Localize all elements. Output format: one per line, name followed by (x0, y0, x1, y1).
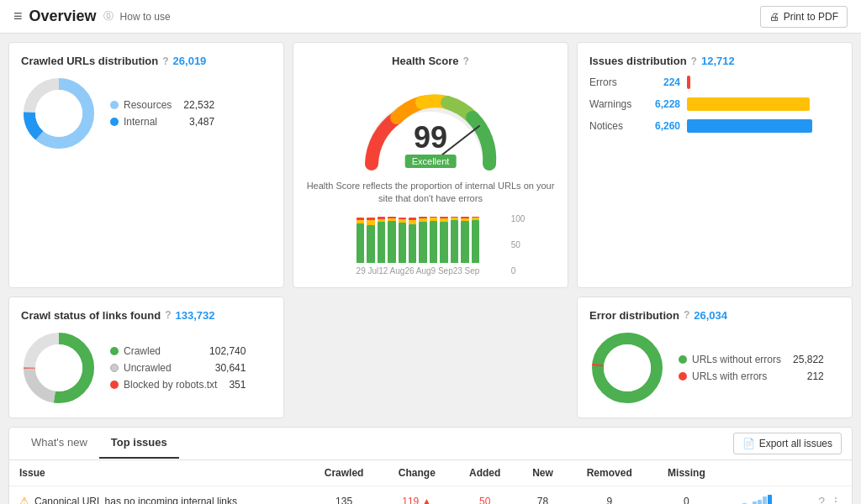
header-left: ≡ Overview ⓪ How to use (13, 8, 171, 25)
error-dist-donut-container: URLs without errors 25,822 URLs with err… (589, 330, 840, 406)
bar-column (419, 214, 426, 263)
export-all-issues-button[interactable]: 📄 Export all issues (733, 433, 842, 454)
internal-dot (110, 118, 119, 126)
crawled-dot (110, 347, 119, 355)
error-distribution-title: Error distribution ? 26,034 (589, 309, 840, 322)
bottom-section: What's new Top issues 📄 Export all issue… (8, 427, 853, 504)
col-missing: Missing (651, 460, 723, 486)
warning-icon: ⚠ (19, 495, 29, 504)
crawl-status-legend: Crawled 102,740 Uncrawled 30,641 Blocked… (110, 345, 246, 391)
bar-column (440, 214, 447, 263)
col-actions (797, 460, 852, 486)
legend-no-errors: URLs without errors 25,822 (679, 354, 824, 365)
health-bar-chart-wrapper: 29 Jul 12 Aug 26 Aug 9 Sep 23 Sep 100 50… (357, 214, 505, 276)
crawled-urls-legend: Resources 22,532 Internal 3,487 (110, 99, 214, 128)
col-chart (722, 460, 797, 486)
col-issue: Issue (9, 460, 307, 486)
issues-table-body: ⚠Canonical URL has no incoming internal … (9, 486, 852, 504)
issues-distribution-title: Issues distribution ? 12,712 (589, 55, 840, 67)
crawled-urls-title: Crawled URLs distribution ? 26,019 (21, 55, 272, 67)
export-icon: 📄 (742, 438, 755, 449)
bar-column (399, 214, 406, 263)
issues-help-icon[interactable]: ? (691, 55, 697, 67)
error-dist-help-icon[interactable]: ? (684, 309, 689, 321)
legend-uncrawled: Uncrawled 30,641 (110, 362, 246, 374)
tab-actions: 📄 Export all issues (733, 428, 842, 459)
issues-table: Issue Crawled Change Added New Removed M… (9, 460, 852, 504)
menu-icon[interactable]: ≡ (13, 8, 23, 25)
crawled-urls-donut-chart (21, 76, 97, 151)
mini-chart (722, 486, 797, 504)
tab-top-issues[interactable]: Top issues (99, 428, 179, 459)
table-row: ⚠Canonical URL has no incoming internal … (9, 486, 852, 504)
gauge-number: 99 (405, 123, 457, 153)
bar-column (367, 214, 374, 263)
how-to-use-link[interactable]: How to use (120, 11, 171, 23)
header: ≡ Overview ⓪ How to use 🖨 Print to PDF (0, 0, 861, 34)
change-value: 119 ▲ (381, 486, 452, 504)
missing-value: 0 (651, 486, 723, 504)
bar-column (357, 214, 364, 263)
table-header-row: Issue Crawled Change Added New Removed M… (9, 460, 852, 486)
issue-dist-row: Warnings 6,228 (589, 97, 840, 111)
bar-column (451, 214, 458, 263)
issues-distribution-card: Issues distribution ? 12,712 Errors 224 … (577, 42, 853, 288)
more-action-icon[interactable]: ⋮ (830, 495, 842, 504)
legend-blocked: Blocked by robots.txt 351 (110, 379, 246, 391)
print-to-pdf-button[interactable]: 🖨 Print to PDF (760, 6, 848, 28)
health-score-card: Health Score ? 99 (293, 42, 568, 288)
issue-dist-row: Errors 224 (589, 76, 840, 89)
removed-value: 9 (568, 486, 651, 504)
with-errors-dot (679, 372, 687, 381)
new-value: 78 (517, 486, 568, 504)
legend-internal: Internal 3,487 (110, 116, 214, 128)
legend-resources: Resources 22,532 (110, 99, 214, 111)
blocked-dot (110, 381, 119, 389)
health-score-title: Health Score ? (392, 55, 469, 67)
help-action-icon[interactable]: ? (818, 495, 825, 504)
crawl-status-donut-container: Crawled 102,740 Uncrawled 30,641 Blocked… (21, 330, 272, 406)
svg-point-13 (604, 344, 651, 391)
bar-column (409, 214, 416, 263)
legend-with-errors: URLs with errors 212 (679, 370, 824, 382)
col-removed: Removed (568, 460, 651, 486)
bar-column (430, 214, 437, 263)
error-dist-legend: URLs without errors 25,822 URLs with err… (679, 354, 824, 382)
resources-dot (110, 101, 119, 109)
col-added: Added (452, 460, 517, 486)
issue-name: ⚠Canonical URL has no incoming internal … (9, 486, 307, 504)
tab-whats-new[interactable]: What's new (19, 428, 99, 459)
crawl-status-help-icon[interactable]: ? (165, 309, 171, 321)
health-y-axis: 100 50 0 (511, 214, 526, 276)
bar-column (388, 214, 395, 263)
col-change: Change (381, 460, 452, 486)
crawled-urls-help-icon[interactable]: ? (162, 55, 168, 67)
error-dist-donut-chart (589, 330, 665, 406)
help-icon: ⓪ (103, 9, 114, 24)
error-distribution-card: Error distribution ? 26,034 URLs without… (577, 297, 853, 418)
bar-column (378, 214, 385, 263)
svg-point-3 (35, 90, 82, 137)
tabs-bar: What's new Top issues 📄 Export all issue… (9, 428, 852, 460)
crawled-value: 135 (307, 486, 381, 504)
crawl-status-donut-chart (21, 330, 97, 406)
added-value: 50 (452, 486, 517, 504)
health-bar-labels: 29 Jul 12 Aug 26 Aug 9 Sep 23 Sep (357, 266, 480, 276)
page-title: Overview (29, 8, 97, 25)
svg-point-10 (35, 344, 82, 391)
print-icon: 🖨 (769, 11, 779, 23)
no-errors-dot (679, 355, 687, 364)
crawled-urls-donut-container: Resources 22,532 Internal 3,487 (21, 76, 272, 151)
uncrawled-dot (110, 364, 119, 372)
col-crawled: Crawled (307, 460, 381, 486)
health-score-help-icon[interactable]: ? (463, 55, 469, 67)
gauge-score: 99 Excellent (405, 123, 457, 168)
gauge-badge: Excellent (405, 155, 457, 168)
gauge-container: 99 Excellent (355, 84, 506, 176)
legend-crawled: Crawled 102,740 (110, 345, 246, 357)
bar-column (472, 214, 479, 263)
bar-column (461, 214, 468, 263)
issue-dist-row: Notices 6,260 (589, 119, 840, 133)
issues-dist-rows: Errors 224 Warnings 6,228 Notices 6,260 (589, 76, 840, 133)
col-new: New (517, 460, 568, 486)
